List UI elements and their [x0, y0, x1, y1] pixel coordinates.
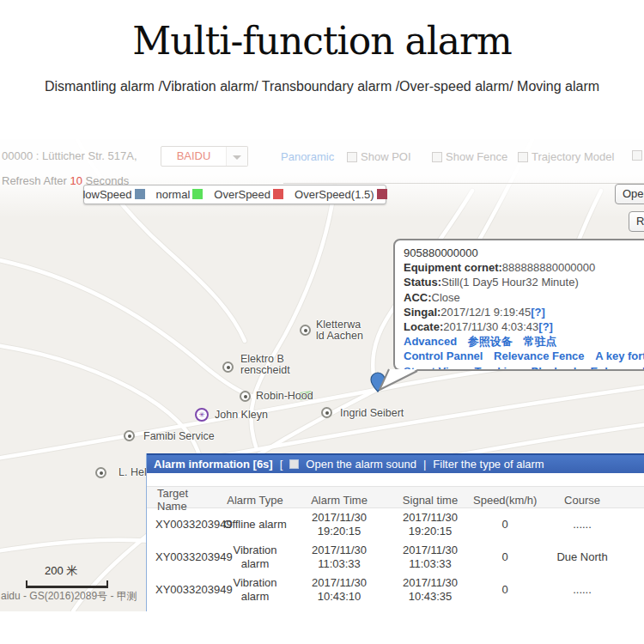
- toolbar-divider: [283, 183, 644, 184]
- filter-alarm-link[interactable]: Filter the type of alarm: [433, 458, 544, 471]
- chevron-down-icon[interactable]: [226, 146, 248, 167]
- refresh-value: 10: [70, 174, 82, 187]
- return-button[interactable]: R: [629, 211, 644, 232]
- checkbox-icon[interactable]: [518, 152, 528, 162]
- page-title: Multi-function alarm: [0, 19, 644, 63]
- map-label-robin-hood: Robin-Hood: [256, 391, 313, 402]
- show-poi-checkbox[interactable]: Show POI: [347, 150, 411, 163]
- popup-field: Equipment cornet:888888880000000: [404, 260, 644, 275]
- locate-help-link[interactable]: [?]: [538, 320, 553, 333]
- alarm-panel-titlebar: Alarm information [6s] [ Open the alarm …: [147, 453, 644, 473]
- popup-field: ACC:Close: [404, 290, 644, 305]
- device-info-popup: 905880000000 Equipment cornet:8888888800…: [393, 239, 644, 371]
- legend-item-lowspeed: lowSpeed: [82, 188, 144, 201]
- alarm-table-header: Target Name Alarm Type Alarm Time Signal…: [147, 486, 644, 508]
- poi-icon: [222, 361, 234, 373]
- show-poi-label: Show POI: [361, 150, 411, 163]
- speed-legend: lowSpeed normal OverSpeed OverSpeed(1.5): [83, 185, 386, 204]
- popup-field: Locate:2017/11/30 4:03:43[?]: [404, 319, 644, 334]
- poi-icon: [124, 430, 135, 441]
- alarm-sound-checkbox[interactable]: [289, 459, 299, 469]
- table-row[interactable]: XY0033203949 Vibrationalarm 2017/11/3010…: [147, 574, 644, 606]
- checkbox-icon[interactable]: [347, 152, 357, 162]
- resident-point-link[interactable]: 常驻点: [523, 335, 556, 348]
- map-provider-select[interactable]: BAIDU: [161, 146, 227, 167]
- popup-field: Singal:2017/12/1 9:19:45[?]: [404, 305, 644, 319]
- poi-icon: [240, 391, 251, 402]
- map-label-ingrid-seibert: Ingrid Seibert: [340, 408, 404, 419]
- key-fortification-link[interactable]: A key fortification: [595, 349, 644, 362]
- show-fence-checkbox[interactable]: Show Fence: [432, 150, 507, 163]
- map-scale-text: 200 米: [45, 563, 77, 579]
- device-id: 905880000000: [404, 246, 644, 260]
- panoramic-link[interactable]: Panoramic: [281, 150, 334, 163]
- control-panel-link[interactable]: Control Pannel: [404, 349, 483, 362]
- checkbox-icon[interactable]: [632, 150, 642, 161]
- trajectory-model-checkbox[interactable]: Trajectory Model: [518, 150, 614, 163]
- current-address-text: 00000 : Lütticher Str. 517A,: [2, 149, 137, 162]
- legend-item-overspeed15: OverSpeed(1.5): [295, 188, 387, 201]
- col-alarm-type: Alarm Type: [219, 494, 291, 507]
- refresh-prefix: Refresh After: [2, 174, 67, 187]
- map-scale-bar: [26, 580, 108, 588]
- page-subtitle: Dismantling alarm /Vibration alarm/ Tran…: [0, 79, 644, 94]
- popup-tail: [376, 368, 419, 392]
- col-target-name: Target Name: [152, 487, 219, 513]
- alarm-panel-title: Alarm information [6s]: [154, 458, 273, 471]
- popup-field: Status:Still(1 Day5 Hour32 Minute): [404, 275, 644, 289]
- overspeed15-swatch: [377, 189, 387, 199]
- poi-icon: [321, 407, 332, 418]
- alarm-information-panel: Alarm information [6s] [ Open the alarm …: [146, 453, 644, 611]
- col-course: Course: [537, 494, 628, 507]
- poi-icon: [95, 467, 106, 478]
- extra-checkbox[interactable]: [632, 150, 642, 161]
- map-label-l-hel: L. Hel: [118, 467, 147, 478]
- alarm-sound-label[interactable]: Open the alarm sound: [306, 458, 416, 471]
- advanced-link[interactable]: Advanced: [404, 335, 457, 348]
- trajectory-model-label: Trajectory Model: [532, 150, 614, 163]
- col-speed: Speed(km/h): [473, 494, 537, 507]
- show-fence-label: Show Fence: [446, 150, 507, 163]
- legend-item-normal: normal: [156, 188, 204, 201]
- map-label-elektro: Elektro B renscheidt: [240, 354, 290, 376]
- normal-swatch: [192, 189, 203, 199]
- tracker-app-screenshot: 00000 : Lütticher Str. 517A, BAIDU Panor…: [0, 139, 644, 611]
- popup-links-row3: Street View Tracking Playback Enlarge Ma…: [404, 364, 644, 371]
- map-label-john-kleyn: John Kleyn: [215, 410, 268, 421]
- enlarge-link[interactable]: Enlarge: [591, 365, 632, 371]
- playback-link[interactable]: Playback: [532, 365, 580, 371]
- bracket-text: [: [280, 458, 283, 471]
- relevance-fence-link[interactable]: Relevance Fence: [494, 349, 585, 362]
- popup-links-row2: Control Pannel Relevance Fence A key for…: [404, 349, 644, 363]
- checkbox-icon[interactable]: [432, 152, 442, 162]
- tracking-link[interactable]: Tracking: [474, 365, 519, 371]
- popup-links-row1: Advanced 参照设备 常驻点: [404, 334, 644, 349]
- col-alarm-time: Alarm Time: [291, 494, 387, 507]
- table-row[interactable]: XY0033203949 Offline alarm 2017/11/3019:…: [147, 508, 644, 541]
- lowspeed-swatch: [135, 189, 145, 199]
- poi-icon: [300, 325, 311, 336]
- reference-device-link[interactable]: 参照设备: [468, 335, 513, 348]
- overspeed-swatch: [273, 189, 283, 199]
- table-row[interactable]: XY0033203949 Vibrationalarm 2017/11/3011…: [147, 541, 644, 574]
- pipe-separator: |: [423, 458, 426, 471]
- map-copyright: aidu - GS(2016)2089号 - 甲测: [1, 589, 137, 604]
- col-signal-time: Signal time: [387, 494, 473, 507]
- poi-purple-icon: [195, 408, 209, 422]
- map-label-kletterwald: Kletterwa ld Aachen: [316, 319, 363, 342]
- signal-help-link[interactable]: [?]: [531, 306, 545, 319]
- legend-item-overspeed: OverSpeed: [214, 188, 283, 201]
- open-button[interactable]: Open: [615, 184, 644, 204]
- map-label-famibi-service: Famibi Service: [143, 431, 215, 442]
